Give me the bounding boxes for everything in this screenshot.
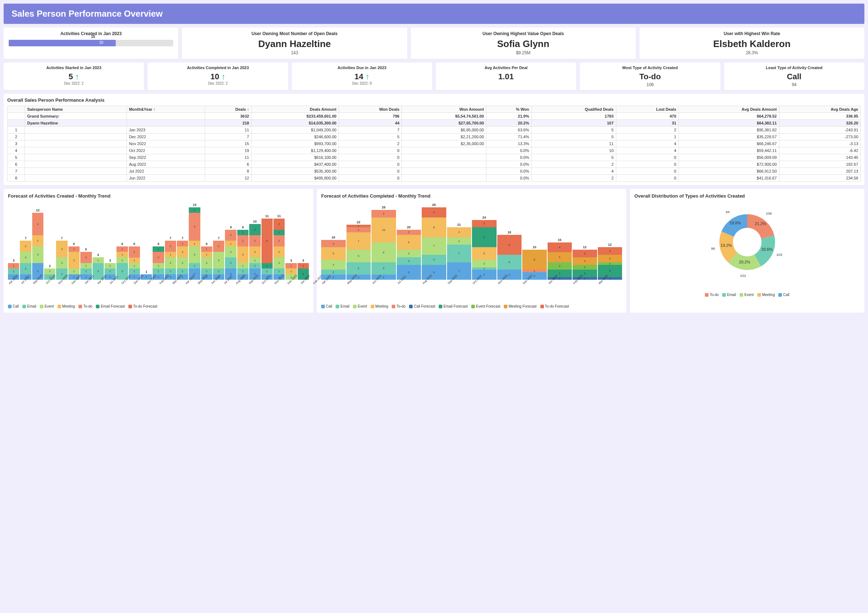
svg-text:103: 103 (777, 253, 783, 256)
table-row[interactable]: 3Nov 202215$993,700.002$2,35,000.0013.3%… (8, 140, 861, 147)
svg-text:96: 96 (711, 247, 715, 250)
chart-created-trend: Forecast of Activities Created - Monthly… (4, 189, 313, 313)
kpi-completed: Activities Completed in Jan 2023 10 ↑ De… (147, 63, 288, 90)
table-row[interactable]: Dyann Hazeltine218$14,035,300.0044$27,65… (8, 120, 861, 127)
table-header[interactable]: Salesperson Name (25, 106, 127, 113)
trend-up-icon: ↑ (221, 72, 225, 81)
table-header[interactable]: Won Amount (402, 106, 487, 113)
svg-text:106: 106 (766, 211, 772, 215)
svg-point-0 (733, 228, 761, 256)
kpi-avg-per-deal: Avg Activities Per Deal 1.01 (436, 63, 576, 90)
performance-table-card: Overall Sales Person Performance Analysi… (4, 94, 864, 185)
svg-text:101: 101 (740, 273, 746, 278)
table-header[interactable]: % Won (487, 106, 532, 113)
table-row[interactable]: 6Aug 20226$437,400.0000.0%20$72,900.0018… (8, 161, 861, 168)
table-header[interactable]: Won Deals (339, 106, 402, 113)
trend-up-icon: ↑ (75, 72, 79, 81)
svg-text:94: 94 (726, 210, 730, 214)
kpi-most-open-deals: User Owning Most Number of Open Deals Dy… (182, 28, 407, 59)
performance-table[interactable]: Salesperson NameMonth&Year ↑Deals ↑Deals… (7, 106, 861, 182)
kpi-due: Activities Due in Jan 2023 14 ↑ Dec 2022… (292, 63, 432, 90)
table-row[interactable]: 1Jan 202311$1,049,200.007$6,85,000.0063.… (8, 127, 861, 133)
table-row[interactable]: 7Jul 20228$535,300.0000.0%40$66,912.5020… (8, 168, 861, 175)
table-row[interactable]: 4Oct 202219$1,129,400.0000.0%104$59,442.… (8, 147, 861, 154)
table-header[interactable]: Month&Year ↑ (127, 106, 205, 113)
table-header[interactable]: Lost Deals (616, 106, 679, 113)
svg-text:19.2%: 19.2% (721, 243, 732, 248)
kpi-highest-win-rate: User with Highest Win Rate Elsbeth Kalde… (639, 28, 864, 59)
svg-text:20.6%: 20.6% (761, 247, 772, 251)
table-header[interactable]: Deals ↑ (205, 106, 252, 113)
table-header[interactable]: Qualified Deals (532, 106, 616, 113)
trend-up-icon: ↑ (366, 72, 370, 81)
kpi-most-type: Most Type of Activity Created To-do 106 (580, 63, 720, 90)
table-header[interactable]: Avg Deals Amount (679, 106, 779, 113)
table-header[interactable] (8, 106, 25, 113)
chart-completed-trend: Forecast of Activities Completed - Month… (317, 189, 626, 313)
kpi-started: Activities Started in Jan 2023 5 ↑ Dec 2… (4, 63, 144, 90)
table-row[interactable]: Grand Summary:3632$233,459,601.00796$5,5… (8, 113, 861, 120)
chart-donut: Overall Distribution of Types of Activit… (630, 189, 864, 313)
kpi-activities-created: Activities Created in Jan 2023 15 20 (4, 28, 178, 59)
svg-text:18.8%: 18.8% (730, 221, 741, 225)
table-row[interactable]: 8Jun 202212$495,800.0000.0%20$41,316.672… (8, 175, 861, 182)
table-header[interactable]: Avg Deals Age (779, 106, 860, 113)
table-row[interactable]: 5Sep 202211$616,100.0000.0%50$56,009.091… (8, 154, 861, 161)
svg-text:21.2%: 21.2% (755, 222, 766, 226)
table-row[interactable]: 2Dec 20227$246,600.005$2,21,200.0071.4%5… (8, 133, 861, 140)
page-title: Sales Person Performance Overview (4, 4, 864, 24)
kpi-highest-value-open: User Owning Highest Value Open Deals Sof… (411, 28, 636, 59)
svg-text:20.2%: 20.2% (739, 260, 750, 264)
kpi-least-type: Least Type of Activity Created Call 94 (724, 63, 864, 90)
table-header[interactable]: Deals Amount (251, 106, 338, 113)
